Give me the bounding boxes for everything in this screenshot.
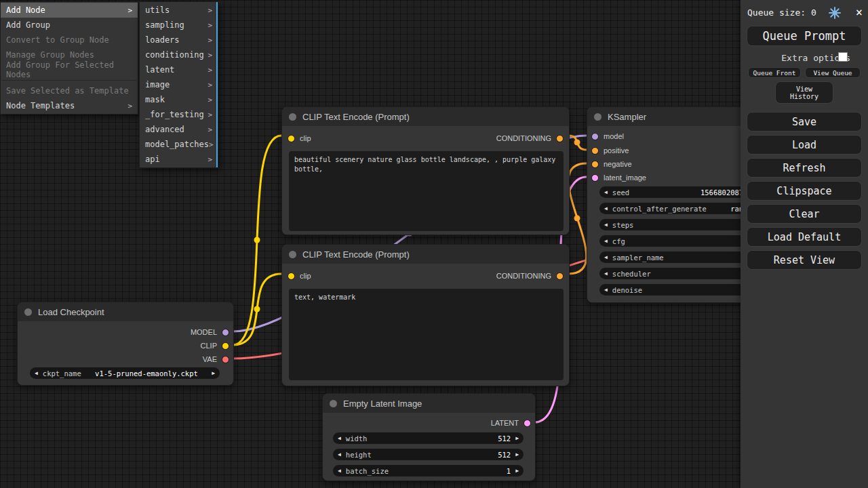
decrement-arrow[interactable]: ◀ <box>604 186 608 198</box>
output-slot-vae[interactable] <box>222 356 229 363</box>
input-row: negative <box>591 160 632 168</box>
menu-item-node-templates[interactable]: Node Templates > <box>1 98 138 113</box>
increment-arrow[interactable]: ▶ <box>515 432 519 444</box>
clipspace-button[interactable]: Clipspace <box>747 181 862 201</box>
widget-label: control_after_generate <box>612 205 707 213</box>
collapse-dot[interactable] <box>289 251 296 258</box>
output-slot-latent[interactable] <box>524 420 531 427</box>
submenu-scrollbar[interactable] <box>216 2 218 167</box>
load-button[interactable]: Load <box>747 135 862 155</box>
slot-row: clip CONDITIONING <box>282 268 569 283</box>
decrement-arrow[interactable]: ◀ <box>338 465 341 476</box>
output-slot-model[interactable] <box>222 329 229 336</box>
input-label: latent_image <box>604 174 646 182</box>
output-row: MODEL <box>191 328 229 336</box>
decrement-arrow[interactable]: ◀ <box>338 449 341 460</box>
output-slot-conditioning[interactable] <box>556 272 564 280</box>
view-queue-button[interactable]: View Queue <box>805 67 861 78</box>
widget-value: 512 <box>498 451 511 459</box>
submenu-item-advanced[interactable]: advanced > <box>140 122 218 137</box>
submenu-arrow-icon: > <box>208 6 212 15</box>
input-row: latent_image <box>591 174 646 182</box>
link-midpoint-dot <box>254 237 260 243</box>
node-title-bar[interactable]: CLIP Text Encode (Prompt) <box>282 107 569 126</box>
menu-item-label: advanced <box>145 125 184 134</box>
close-icon[interactable]: × <box>856 5 863 19</box>
widget-label: width <box>346 434 368 443</box>
decrement-arrow[interactable]: ◀ <box>604 251 608 263</box>
node-title-bar[interactable]: CLIP Text Encode (Prompt) <box>282 245 569 264</box>
widget-ckpt-name[interactable]: ◀ ckpt_name v1-5-pruned-emaonly.ckpt ▶ <box>30 367 220 379</box>
node-load-checkpoint[interactable]: Load Checkpoint MODEL CLIP VAE ◀ ckpt_na… <box>17 302 234 386</box>
prompt-textarea[interactable]: text, watermark <box>289 289 564 380</box>
reset-view-button[interactable]: Reset View <box>747 250 862 270</box>
output-label: VAE <box>203 355 217 363</box>
decrement-arrow[interactable]: ◀ <box>338 432 341 444</box>
submenu-item-sampling[interactable]: sampling > <box>140 18 218 33</box>
queue-prompt-button[interactable]: Queue Prompt <box>747 26 862 46</box>
node-title: CLIP Text Encode (Prompt) <box>302 249 410 260</box>
submenu-arrow-icon: > <box>208 96 212 104</box>
submenu-item-latent[interactable]: latent > <box>140 62 218 77</box>
menu-item-label: utils <box>145 5 170 15</box>
increment-arrow[interactable]: ▶ <box>515 465 519 476</box>
refresh-button[interactable]: Refresh <box>747 158 862 178</box>
output-slot-clip[interactable] <box>222 342 229 350</box>
input-slot-clip[interactable] <box>288 135 295 142</box>
decrement-arrow[interactable]: ◀ <box>604 219 608 230</box>
increment-arrow[interactable]: ▶ <box>212 367 215 379</box>
slot-row: clip CONDITIONING <box>282 131 569 146</box>
decrement-arrow[interactable]: ◀ <box>604 284 608 296</box>
decrement-arrow[interactable]: ◀ <box>604 203 608 214</box>
widget-batch-size[interactable]: ◀ batch_size 1 ▶ <box>333 465 524 476</box>
extra-options-checkbox[interactable] <box>838 52 848 62</box>
node-empty-latent-image[interactable]: Empty Latent Image LATENT ◀ width 512 ▶ … <box>322 393 536 481</box>
prompt-textarea[interactable]: beautiful scenery nature glass bottle la… <box>289 151 564 231</box>
input-slot-negative[interactable] <box>591 161 599 168</box>
widget-label: cfg <box>612 237 625 245</box>
submenu-item-utils[interactable]: utils > <box>140 3 218 18</box>
clear-button[interactable]: Clear <box>747 204 862 224</box>
menu-item-add-group[interactable]: Add Group <box>1 18 138 33</box>
submenu-arrow-icon: > <box>208 81 212 89</box>
extra-options-label: Extra options <box>750 53 850 63</box>
submenu-item-for-testing[interactable]: _for_testing > <box>140 107 218 122</box>
submenu-item-mask[interactable]: mask > <box>140 92 218 107</box>
menu-item-label: Save Selected as Template <box>6 86 129 96</box>
load-default-button[interactable]: Load Default <box>747 227 862 247</box>
submenu-item-image[interactable]: image > <box>140 77 218 92</box>
widget-value: v1-5-pruned-emaonly.ckpt <box>81 369 212 378</box>
decrement-arrow[interactable]: ◀ <box>35 367 38 379</box>
submenu-item-model-patches[interactable]: model_patches > <box>140 137 218 152</box>
widget-width[interactable]: ◀ width 512 ▶ <box>333 432 524 444</box>
view-history-button[interactable]: View History <box>775 81 833 104</box>
node-title-bar[interactable]: Empty Latent Image <box>323 394 535 413</box>
decrement-arrow[interactable]: ◀ <box>604 268 608 279</box>
menu-panel: Queue size: 0 × Queue Prompt Extra optio… <box>741 0 868 488</box>
queue-front-button[interactable]: Queue Front <box>748 67 801 78</box>
increment-arrow[interactable]: ▶ <box>515 449 519 460</box>
save-button[interactable]: Save <box>747 112 862 131</box>
node-title-bar[interactable]: Load Checkpoint <box>18 302 233 321</box>
settings-gear-icon[interactable] <box>829 7 841 19</box>
input-slot-clip[interactable] <box>288 272 295 280</box>
input-slot-latent-image[interactable] <box>591 174 599 182</box>
collapse-dot[interactable] <box>330 400 337 407</box>
node-clip-text-encode-positive[interactable]: CLIP Text Encode (Prompt) clip CONDITION… <box>281 106 570 235</box>
collapse-dot[interactable] <box>24 308 32 316</box>
submenu-arrow-icon: > <box>208 36 212 45</box>
submenu-item-loaders[interactable]: loaders > <box>140 33 218 47</box>
submenu-item-api[interactable]: api > <box>140 152 218 167</box>
collapse-dot[interactable] <box>289 113 296 121</box>
input-slot-model[interactable] <box>591 133 599 140</box>
node-title: Empty Latent Image <box>343 399 422 409</box>
menu-item-add-node[interactable]: Add Node > <box>1 3 138 18</box>
decrement-arrow[interactable]: ◀ <box>604 235 608 247</box>
node-clip-text-encode-negative[interactable]: CLIP Text Encode (Prompt) clip CONDITION… <box>281 244 570 386</box>
input-slot-positive[interactable] <box>591 147 599 155</box>
output-slot-conditioning[interactable] <box>556 135 564 142</box>
submenu-item-conditioning[interactable]: conditioning > <box>140 47 218 62</box>
collapse-dot[interactable] <box>594 113 601 121</box>
input-label: clip <box>300 134 311 142</box>
widget-height[interactable]: ◀ height 512 ▶ <box>333 449 524 460</box>
